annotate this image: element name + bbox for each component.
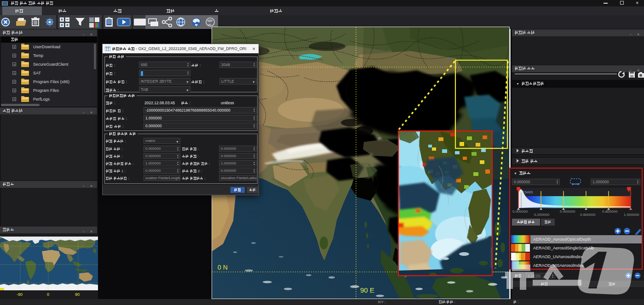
- svg-text:15495: 15495: [523, 190, 533, 194]
- svg-text:90: 90: [75, 292, 80, 297]
- svg-text:0: 0: [0, 235, 2, 239]
- svg-text:0 N: 0 N: [218, 264, 228, 271]
- svg-text:0: 0: [47, 292, 49, 297]
- svg-text:90 E: 90 E: [360, 286, 374, 294]
- svg-text:-90: -90: [17, 292, 23, 297]
